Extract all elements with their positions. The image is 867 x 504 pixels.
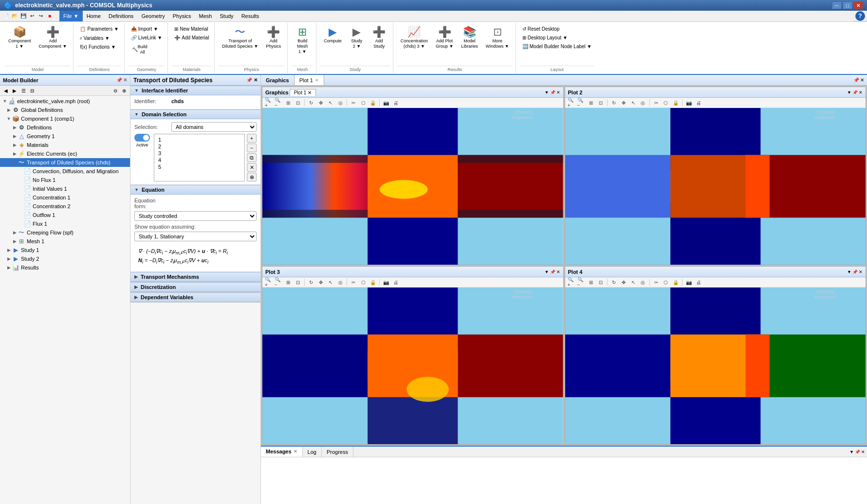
domain-selection-header[interactable]: ▼ Domain Selection — [130, 109, 260, 119]
menu-mesh[interactable]: Mesh — [195, 11, 216, 21]
desktop-layout-button[interactable]: ⊞ Desktop Layout ▼ — [520, 34, 570, 42]
messages-tab-close[interactable]: ✕ — [294, 449, 297, 454]
eq-assuming-dropdown[interactable]: Study 1, Stationary — [134, 232, 257, 241]
print-btn-3[interactable]: 🖨 — [391, 278, 400, 286]
plot4-pin-icon[interactable]: 📌 — [852, 270, 858, 274]
tree-item-concentration1[interactable]: ▶ 📄 Concentration 1 — [0, 193, 130, 202]
plot3-close-icon[interactable]: ✕ — [556, 270, 560, 274]
nav-back-btn[interactable]: ◀ — [2, 87, 10, 94]
eq-form-dropdown[interactable]: Study controlled — [134, 211, 257, 221]
add-component-button[interactable]: ➕ AddComponent ▼ — [36, 25, 71, 51]
plot1-collapse-icon[interactable]: ▼ — [545, 90, 549, 95]
functions-button[interactable]: f(x) Functions ▼ — [77, 43, 118, 51]
tree-item-materials[interactable]: ▶ ◈ Materials — [0, 141, 130, 149]
fullscreen-btn-4[interactable]: ⊡ — [596, 278, 605, 286]
plot1-tab[interactable]: Plot 1 ✕ — [295, 75, 324, 85]
transport-button[interactable]: 〜 Transport ofDiluted Species ▼ — [219, 25, 261, 51]
selection-dropdown[interactable]: All domains — [171, 122, 257, 132]
split-btn[interactable]: ⊟ — [28, 87, 36, 94]
msg-bar-pin-icon[interactable]: 📌 — [855, 450, 860, 454]
new-material-button[interactable]: ⊞ New Material — [172, 25, 210, 33]
import-button[interactable]: 📥 Import ▼ — [129, 25, 161, 33]
camera-btn-2[interactable]: 📷 — [684, 99, 693, 107]
compute-button[interactable]: ▶ Compute — [320, 25, 345, 46]
plot4-header-right[interactable]: ▼ 📌 ✕ — [847, 270, 863, 274]
more-windows-button[interactable]: ⊡ MoreWindows ▼ — [482, 25, 513, 51]
properties-header-controls[interactable]: 📌 ✕ — [246, 77, 258, 83]
open-btn[interactable]: 📂 — [11, 12, 18, 20]
probe-btn-4[interactable]: ◎ — [639, 278, 647, 286]
menu-results[interactable]: Results — [238, 11, 263, 21]
rotate-btn-4[interactable]: ↻ — [609, 278, 618, 286]
graphics-pin-icon[interactable]: 📌 — [853, 77, 859, 83]
plot1-pin-icon[interactable]: 📌 — [550, 90, 555, 95]
tree-item-concentration2[interactable]: ▶ 📄 Concentration 2 — [0, 202, 130, 211]
menu-study[interactable]: Study — [216, 11, 237, 21]
zoom-out-btn-2[interactable]: 🔍− — [577, 99, 586, 107]
plot4-close-icon[interactable]: ✕ — [859, 270, 863, 274]
transport-mechanisms-header[interactable]: ▶ Transport Mechanisms — [130, 272, 260, 282]
log-tab[interactable]: Log — [303, 447, 322, 457]
zoom-in-btn-2[interactable]: 🔍+ — [567, 99, 576, 107]
concentration-button[interactable]: 📈 Concentration(chds) 3 ▼ — [397, 25, 431, 51]
tree-item-flux1[interactable]: ▶ 📄 Flux 1 — [0, 219, 130, 228]
redo-btn[interactable]: ↪ — [37, 12, 45, 20]
tree-item-geometry1[interactable]: ▶ △ Geometry 1 — [0, 132, 130, 141]
tree-item-study1[interactable]: ▶ ▶ Study 1 — [0, 246, 130, 254]
progress-tab[interactable]: Progress — [322, 447, 353, 457]
fullscreen-btn-2[interactable]: ⊡ — [596, 99, 605, 107]
tree-item-no-flux1[interactable]: ▶ 📄 No Flux 1 — [0, 176, 130, 184]
tree-item-transport-ds[interactable]: ▼ 〜 Transport of Diluted Species (chds) — [0, 158, 130, 167]
zoom-in-btn-4[interactable]: 🔍+ — [567, 278, 576, 286]
graphics-header-controls[interactable]: 📌 ✕ — [853, 77, 867, 83]
fit-btn-3[interactable]: ⊞ — [284, 278, 293, 286]
model-builder-controls[interactable]: 📌 ✕ — [116, 77, 127, 83]
fit-btn-4[interactable]: ⊞ — [587, 278, 595, 286]
equation-header[interactable]: ▼ Equation — [130, 185, 260, 195]
collapse-all-btn[interactable]: ⊖ — [111, 87, 119, 94]
lock-btn-4[interactable]: 🔒 — [671, 278, 680, 286]
select-btn-3[interactable]: ↖ — [326, 278, 335, 286]
tree-item-global-defs[interactable]: ▶ ⚙ Global Definitions — [0, 106, 130, 114]
new-file-btn[interactable]: 📄 — [2, 12, 10, 20]
domain-copy-btn[interactable]: ⧉ — [247, 153, 257, 162]
pan-btn-2[interactable]: ✥ — [619, 99, 628, 107]
graphics-tab[interactable]: Graphics — [261, 75, 295, 85]
build-mesh-button[interactable]: ⊞ BuildMesh1 ▼ — [292, 25, 313, 56]
plot1-close-icon[interactable]: ✕ — [556, 90, 560, 95]
clip-btn-3[interactable]: ✂ — [349, 278, 358, 286]
discretization-header[interactable]: ▶ Discretization — [130, 282, 260, 292]
lock-btn-2[interactable]: 🔒 — [671, 99, 680, 107]
print-btn-4[interactable]: 🖨 — [694, 278, 703, 286]
probe-btn-2[interactable]: ◎ — [639, 99, 647, 107]
tree-item-convection[interactable]: ▶ 📄 Convection, Diffusion, and Migration — [0, 167, 130, 176]
active-toggle[interactable] — [134, 134, 150, 142]
message-bar-controls[interactable]: ▼ 📌 ✕ — [849, 447, 867, 457]
plot2-header-right[interactable]: ▼ 📌 ✕ — [847, 90, 863, 95]
menu-physics[interactable]: Physics — [169, 11, 195, 21]
props-close-icon[interactable]: ✕ — [254, 77, 258, 83]
nav-forward-btn[interactable]: ▶ — [11, 87, 18, 94]
add-plot-button[interactable]: ➕ Add PlotGroup ▼ — [432, 25, 457, 51]
reset-desktop-button[interactable]: ↺ Reset Desktop — [520, 25, 562, 33]
model-lib-button[interactable]: 📚 ModelLibraries — [458, 25, 481, 51]
clip-btn-1[interactable]: ✂ — [349, 99, 358, 107]
select-btn-2[interactable]: ↖ — [629, 99, 638, 107]
tree-item-outflow1[interactable]: ▶ 📄 Outflow 1 — [0, 211, 130, 219]
component-button[interactable]: 📦 Component1 ▼ — [5, 25, 35, 51]
graphics-close-icon[interactable]: ✕ — [860, 77, 864, 83]
zoom-out-btn-3[interactable]: 🔍− — [274, 278, 283, 286]
msg-bar-collapse-icon[interactable]: ▼ — [849, 450, 854, 454]
tree-item-study2[interactable]: ▶ ▶ Study 2 — [0, 254, 130, 263]
window-controls[interactable]: ─ □ ✕ — [832, 1, 863, 9]
msg-bar-close-icon[interactable]: ✕ — [861, 450, 865, 454]
lock-btn-3[interactable]: 🔒 — [369, 278, 377, 286]
zoom-in-btn-1[interactable]: 🔍+ — [264, 99, 273, 107]
dependent-variables-header[interactable]: ▶ Dependent Variables — [130, 292, 260, 302]
minimize-button[interactable]: ─ — [832, 1, 842, 9]
add-study-button[interactable]: ➕ AddStudy — [369, 25, 390, 51]
plot3-pin-icon[interactable]: 📌 — [550, 270, 555, 274]
print-btn-2[interactable]: 🖨 — [694, 99, 703, 107]
plot1-header-right[interactable]: ▼ 📌 ✕ — [545, 90, 560, 95]
wireframe-btn-3[interactable]: ⬡ — [359, 278, 368, 286]
